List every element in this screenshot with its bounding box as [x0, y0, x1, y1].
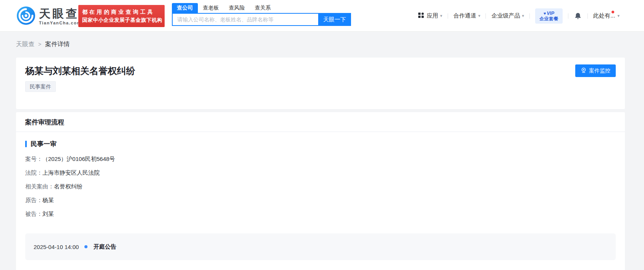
top-nav: 应用 ▾ 合作通道 ▾ 企业级产品 ▾ ♥VIP 企业套餐: [418, 0, 620, 32]
chevron-down-icon: ▾: [617, 13, 620, 18]
nav-item-label: 应用: [427, 12, 438, 19]
case-monitor-label: 案件监控: [589, 68, 610, 74]
case-monitor-button[interactable]: 案件监控: [575, 64, 616, 77]
field-value: 刘某: [42, 211, 54, 217]
stage-accent-bar: [25, 141, 27, 147]
breadcrumb: 天眼查 > 案件详情: [16, 41, 644, 48]
tianyancha-logo-icon: [17, 6, 35, 26]
notification-red-dot: [612, 11, 614, 13]
user-account-menu[interactable]: 此处有... ▾: [593, 12, 620, 19]
search-tab-company[interactable]: 查公司: [172, 3, 198, 13]
search-tab-risk[interactable]: 查风险: [224, 3, 250, 13]
case-process-card: 案件审理流程 民事一审 案号：（2025）沪0106民初5648号 法院：上海市…: [16, 112, 625, 270]
breadcrumb-current: 案件详情: [45, 40, 70, 48]
field-row-defendant: 被告：刘某: [25, 211, 616, 217]
breadcrumb-home-link[interactable]: 天眼查: [16, 40, 34, 48]
field-value: 名誉权纠纷: [54, 183, 83, 190]
case-type-tag: 民事案件: [25, 81, 56, 92]
promo-banner[interactable]: 都在用的商业查询工具 国家中小企业发展子基金旗下机构: [78, 5, 165, 27]
nav-divider: [587, 13, 588, 19]
field-row-case-number: 案号：（2025）沪0106民初5648号: [25, 156, 616, 162]
timeline-date: 2025-04-10 14:00: [34, 244, 79, 250]
search-tab-boss[interactable]: 查老板: [198, 3, 224, 13]
process-section-title: 案件审理流程: [16, 112, 625, 132]
nav-item-label: 企业级产品: [491, 12, 520, 19]
timeline-event-title: 开庭公告: [93, 243, 116, 251]
case-title: 杨某与刘某相关名誉权纠纷: [25, 65, 616, 77]
user-name: 此处有...: [593, 12, 615, 19]
chevron-down-icon: ▾: [522, 13, 524, 18]
stage-title: 民事一审: [31, 140, 57, 148]
field-value: 上海市静安区人民法院: [42, 169, 100, 176]
nav-item-label: 合作通道: [453, 12, 476, 19]
promo-line1: 都在用的商业查询工具: [82, 8, 161, 16]
nav-divider: [568, 13, 568, 19]
stage-heading: 民事一审: [25, 140, 616, 148]
nav-divider: [448, 13, 448, 19]
field-value: （2025）沪0106民初5648号: [42, 156, 115, 162]
vip-package-label: 企业套餐: [539, 16, 558, 21]
nav-divider: [529, 13, 530, 19]
field-label: 原告：: [25, 197, 42, 203]
nav-item-cooperation[interactable]: 合作通道 ▾: [453, 12, 481, 19]
search-input[interactable]: [172, 13, 318, 26]
field-value: 杨某: [42, 197, 54, 203]
nav-divider: [485, 13, 486, 19]
timeline-item-hearing[interactable]: 2025-04-10 14:00 开庭公告: [25, 233, 616, 260]
vip-package-badge[interactable]: ♥VIP 企业套餐: [535, 8, 563, 24]
field-label: 法院：: [25, 169, 42, 176]
chevron-down-icon: ▾: [478, 13, 481, 18]
field-row-cause: 相关案由：名誉权纠纷: [25, 183, 616, 189]
notification-bell-icon[interactable]: [574, 12, 582, 20]
search-tab-relation[interactable]: 查关系: [250, 3, 276, 13]
field-label: 被告：: [25, 211, 42, 217]
field-row-plaintiff: 原告：杨某: [25, 197, 616, 203]
case-field-list: 案号：（2025）沪0106民初5648号 法院：上海市静安区人民法院 相关案由…: [25, 156, 616, 217]
field-label: 案号：: [25, 156, 42, 162]
promo-line2: 国家中小企业发展子基金旗下机构: [82, 16, 161, 24]
case-summary-card: 杨某与刘某相关名誉权纠纷 民事案件 案件监控: [16, 58, 625, 109]
search-tabs: 查公司 查老板 查风险 查关系: [172, 3, 351, 13]
search-block: 查公司 查老板 查风险 查关系 天眼一下: [172, 3, 351, 26]
field-label: 相关案由：: [25, 183, 54, 190]
top-header: 天眼查 TianYanCha.com 都在用的商业查询工具 国家中小企业发展子基…: [0, 0, 644, 32]
logo-domain: TianYanCha.com: [39, 21, 81, 25]
nav-item-enterprise-products[interactable]: 企业级产品 ▾: [491, 12, 524, 19]
vip-heart-icon: ♥: [544, 11, 546, 16]
field-row-court: 法院：上海市静安区人民法院: [25, 170, 616, 175]
timeline-dot-icon: [84, 245, 87, 248]
tianyancha-logo[interactable]: 天眼查 TianYanCha.com: [17, 6, 81, 26]
search-button[interactable]: 天眼一下: [318, 13, 351, 26]
apps-grid-icon: [418, 12, 427, 19]
chevron-down-icon: ▾: [440, 13, 442, 18]
logo-name: 天眼查: [39, 8, 81, 19]
breadcrumb-separator: >: [38, 41, 41, 47]
monitor-camera-icon: [581, 67, 589, 74]
vip-label: VIP: [547, 11, 554, 16]
nav-item-apps[interactable]: 应用 ▾: [418, 12, 442, 19]
